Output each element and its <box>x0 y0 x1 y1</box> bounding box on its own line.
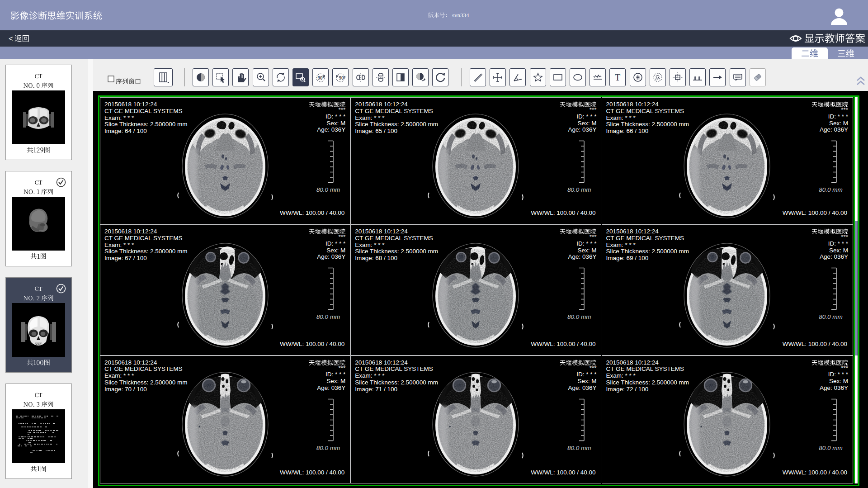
svg-text:<: < <box>9 34 13 43</box>
svg-text:svn334: svn334 <box>452 12 469 19</box>
svg-text:T: T <box>615 72 620 82</box>
svg-text:90°: 90° <box>339 76 346 81</box>
